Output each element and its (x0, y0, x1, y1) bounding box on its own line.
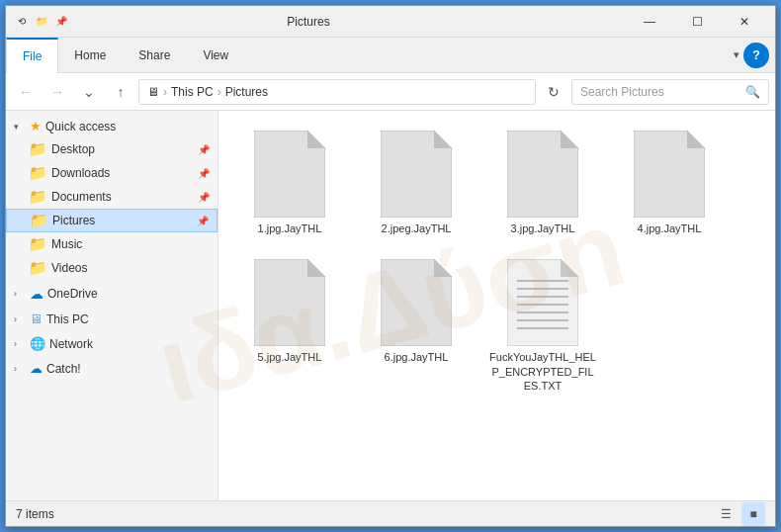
thispc-icon: 🖥 (30, 311, 43, 326)
catch-expand-icon: › (14, 364, 26, 374)
thispc-label: This PC (46, 312, 89, 326)
list-item[interactable]: 4.jpg.JayTHL (610, 123, 729, 243)
svg-marker-9 (307, 259, 325, 277)
thispc-section: › 🖥 This PC (6, 308, 217, 330)
help-button[interactable]: ? (743, 43, 769, 68)
sidebar-item-documents[interactable]: 📁 Documents 📌 (6, 185, 217, 209)
file-icon-5 (254, 259, 325, 346)
main-area: ▾ ★ Quick access 📁 Desktop 📌 📁 Downloads… (6, 111, 775, 500)
sidebar-item-pictures[interactable]: 📁 Pictures 📌 (6, 209, 217, 232)
file-name-6: 6.jpg.JayTHL (385, 350, 449, 364)
network-icon: 🌐 (30, 336, 45, 351)
file-name-7: FuckYouJayTHL_HELP_ENCRYPTED_FILES.TXT (488, 350, 597, 393)
tab-view[interactable]: View (187, 38, 245, 73)
pictures-pin-icon: 📌 (197, 216, 209, 226)
path-separator1: › (163, 85, 167, 99)
catch-icon: ☁ (30, 361, 43, 376)
file-icon-6 (381, 259, 452, 346)
thispc-header[interactable]: › 🖥 This PC (6, 308, 217, 330)
path-pictures: Pictures (225, 85, 268, 99)
file-icon-4 (634, 131, 705, 218)
file-icon-1 (254, 131, 325, 218)
item-count: 7 items (16, 507, 54, 521)
path-icon: 🖥 (147, 85, 159, 99)
catch-section: › ☁ Catch! (6, 357, 217, 380)
view-controls: ☰ ■ (714, 502, 765, 526)
list-item[interactable]: 2.jpeg.JayTHL (357, 123, 476, 243)
file-explorer-window: ⟲ 📁 📌 Pictures — ☐ ✕ File Home Share Vie… (5, 5, 776, 527)
search-placeholder: Search Pictures (580, 85, 664, 99)
sidebar-item-desktop[interactable]: 📁 Desktop 📌 (6, 137, 217, 161)
status-bar: 7 items ☰ ■ (6, 500, 775, 526)
file-icon-2 (381, 131, 452, 218)
file-icon-7 (507, 259, 578, 346)
documents-pin-icon: 📌 (198, 192, 210, 203)
onedrive-expand-icon: › (14, 289, 26, 299)
close-button[interactable]: ✕ (722, 6, 767, 38)
address-bar: ← → ⌄ ↑ 🖥 › This PC › Pictures ↻ Search … (6, 73, 775, 111)
maximize-button[interactable]: ☐ (674, 6, 720, 38)
sidebar-item-documents-label: Documents (51, 190, 112, 204)
desktop-pin-icon: 📌 (198, 144, 210, 155)
list-item[interactable]: FuckYouJayTHL_HELP_ENCRYPTED_FILES.TXT (483, 251, 602, 400)
file-area: 1.jpg.JayTHL 2.jpeg.JayTHL (218, 111, 775, 500)
refresh-button[interactable]: ↻ (540, 78, 567, 106)
network-expand-icon: › (14, 339, 26, 349)
path-separator2: › (217, 85, 221, 99)
list-item[interactable]: 3.jpg.JayTHL (483, 123, 602, 243)
svg-marker-11 (434, 259, 452, 277)
file-name-5: 5.jpg.JayTHL (258, 350, 322, 364)
sidebar-item-pictures-label: Pictures (52, 214, 95, 227)
list-item[interactable]: 1.jpg.JayTHL (230, 123, 349, 243)
ribbon-expand[interactable]: ▾ (734, 48, 739, 61)
list-item[interactable]: 5.jpg.JayTHL (230, 251, 349, 400)
tab-file[interactable]: File (6, 38, 58, 73)
tab-home[interactable]: Home (58, 38, 123, 73)
quick-access-header[interactable]: ▾ ★ Quick access (6, 115, 217, 137)
title-bar: ⟲ 📁 📌 Pictures — ☐ ✕ (6, 6, 775, 38)
minimize-button[interactable]: — (627, 6, 672, 38)
tab-share[interactable]: Share (123, 38, 187, 73)
file-name-1: 1.jpg.JayTHL (258, 222, 322, 235)
search-icon: 🔍 (745, 85, 760, 99)
title-controls: — ☐ ✕ (627, 6, 767, 38)
videos-folder-icon: 📁 (30, 260, 45, 276)
sidebar-item-downloads[interactable]: 📁 Downloads 📌 (6, 161, 217, 185)
back-button[interactable]: ← (12, 78, 40, 106)
address-path[interactable]: 🖥 › This PC › Pictures (138, 79, 536, 105)
forward-button[interactable]: → (43, 78, 71, 106)
music-folder-icon: 📁 (30, 236, 45, 252)
quick-access-star-icon: ★ (30, 119, 42, 133)
window-title: Pictures (0, 15, 627, 29)
onedrive-section: › ☁ OneDrive (6, 282, 217, 306)
search-box[interactable]: Search Pictures 🔍 (571, 79, 769, 105)
up-button[interactable]: ↑ (107, 78, 134, 106)
file-icon-3 (507, 131, 578, 218)
sidebar-item-music-label: Music (51, 237, 82, 251)
main-area-wrapper: ▾ ★ Quick access 📁 Desktop 📌 📁 Downloads… (6, 111, 775, 500)
path-thispc: This PC (171, 85, 214, 99)
network-section: › 🌐 Network (6, 332, 217, 355)
network-label: Network (49, 337, 93, 351)
sidebar-item-music[interactable]: 📁 Music (6, 232, 217, 256)
quick-access-expand-icon: ▾ (14, 122, 26, 132)
network-header[interactable]: › 🌐 Network (6, 332, 217, 355)
sidebar-item-desktop-label: Desktop (51, 142, 95, 156)
file-name-2: 2.jpeg.JayTHL (382, 222, 452, 235)
onedrive-label: OneDrive (47, 287, 98, 301)
list-view-button[interactable]: ☰ (714, 502, 738, 526)
sidebar-item-downloads-label: Downloads (51, 166, 110, 180)
ribbon: File Home Share View ▾ ? (6, 38, 775, 73)
list-item[interactable]: 6.jpg.JayTHL (357, 251, 476, 400)
downloads-folder-icon: 📁 (30, 165, 45, 181)
catch-label: Catch! (46, 362, 81, 376)
file-name-3: 3.jpg.JayTHL (511, 222, 575, 235)
catch-header[interactable]: › ☁ Catch! (6, 357, 217, 380)
dropdown-button[interactable]: ⌄ (75, 78, 103, 106)
icon-view-button[interactable]: ■ (741, 502, 765, 526)
sidebar-item-videos[interactable]: 📁 Videos (6, 256, 217, 280)
quick-access-section: ▾ ★ Quick access 📁 Desktop 📌 📁 Downloads… (6, 115, 217, 280)
sidebar-item-videos-label: Videos (51, 261, 87, 275)
thispc-expand-icon: › (14, 314, 26, 324)
onedrive-header[interactable]: › ☁ OneDrive (6, 282, 217, 306)
